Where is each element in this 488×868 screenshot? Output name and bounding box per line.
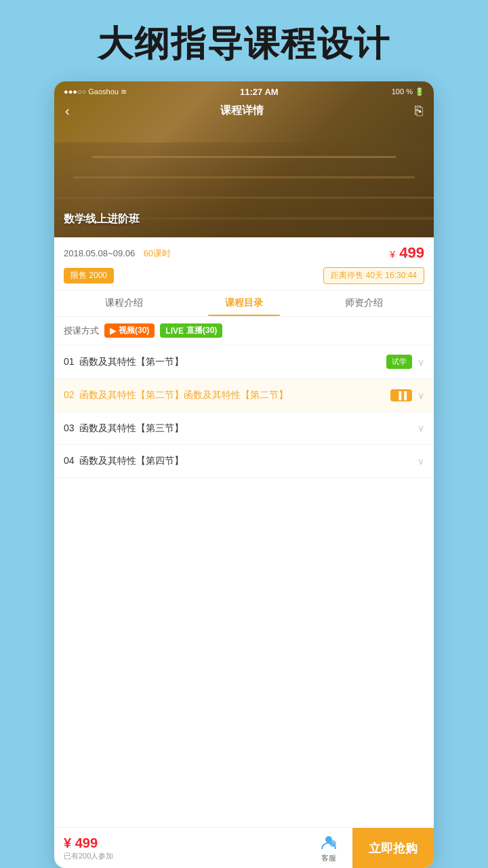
course-price: ¥ 499 [390,244,424,262]
buy-button[interactable]: 立即抢购 [352,828,434,868]
lesson-item[interactable]: 02 函数及其特性【第二节】函数及其特性【第二节】 ▐▐ ∨ [54,379,434,412]
bottom-price-symbol: ¥ [64,835,71,850]
service-label: 客服 [321,853,336,863]
chevron-down-icon[interactable]: ∨ [418,357,424,368]
status-bar: ●●●○○ Gaoshou ≋ 11:27 AM 100 % 🔋 [54,81,434,100]
badge-row: 限售 2000 距离停售 40天 16:30:44 [64,267,424,284]
lesson-actions-03: ∨ [418,422,424,433]
bottom-price-section: ¥ 499 已有200人参加 [54,835,305,861]
lesson-item[interactable]: 04 函数及其特性【第四节】 ∨ [54,445,434,478]
service-icon [319,833,338,852]
page-title: 大纲指导课程设计 [84,0,404,81]
chevron-down-icon[interactable]: ∨ [418,422,424,433]
hero-section: ●●●○○ Gaoshou ≋ 11:27 AM 100 % 🔋 ‹ 课程详情 … [54,81,434,237]
audio-badge[interactable]: ▐▐ [390,389,412,401]
lesson-title-02: 02 函数及其特性【第二节】函数及其特性【第二节】 [64,389,390,402]
lesson-type-row: 授课方式 ▶ 视频(30) LIVE 直播(30) [54,317,434,345]
share-icon[interactable]: ⎘ [415,103,423,119]
course-info: 2018.05.08~09.06 60课时 ¥ 499 限售 2000 距离停售… [54,237,434,290]
course-date-hours: 2018.05.08~09.06 60课时 [64,247,171,260]
lesson-list: 01 函数及其特性【第一节】 试学 ∨ 02 函数及其特性【第二节】函数及其特性… [54,345,434,827]
hero-course-label: 数学线上进阶班 [64,212,140,226]
tab-teacher[interactable]: 师资介绍 [304,290,424,316]
price-symbol: ¥ [390,249,395,260]
try-badge[interactable]: 试学 [386,355,412,369]
course-meta-row: 2018.05.08~09.06 60课时 ¥ 499 [64,244,424,262]
live-badge: LIVE 直播(30) [160,323,222,338]
course-tabs: 课程介绍 课程目录 师资介绍 [54,290,434,317]
lesson-actions-01: 试学 ∨ [386,355,424,369]
course-date: 2018.05.08~09.06 [64,248,135,258]
lesson-item[interactable]: 01 函数及其特性【第一节】 试学 ∨ [54,345,434,379]
lesson-type-label: 授课方式 [64,325,99,337]
bottom-price-value: 499 [75,835,98,850]
price-value: 499 [399,244,424,261]
hero-nav: ‹ 课程详情 ⎘ [54,103,434,119]
hero-title: 课程详情 [220,104,264,118]
badge-countdown: 距离停售 40天 16:30:44 [323,267,424,284]
bottom-bar: ¥ 499 已有200人参加 客服 立即抢购 [54,827,434,868]
chevron-down-icon[interactable]: ∨ [418,390,424,401]
lesson-actions-04: ∨ [418,456,424,467]
bottom-price: ¥ 499 [64,835,296,851]
lesson-actions-02: ▐▐ ∨ [390,389,424,401]
lesson-title-04: 04 函数及其特性【第四节】 [64,454,418,468]
participants-count: 已有200人参加 [64,851,296,861]
badge-sale: 限售 2000 [64,268,114,283]
back-icon[interactable]: ‹ [65,103,70,119]
status-battery: 100 % 🔋 [392,87,424,96]
phone-frame: ●●●○○ Gaoshou ≋ 11:27 AM 100 % 🔋 ‹ 课程详情 … [54,81,434,868]
tab-catalog[interactable]: 课程目录 [184,290,304,316]
status-time: 11:27 AM [240,87,279,97]
tab-intro[interactable]: 课程介绍 [64,290,184,316]
chevron-down-icon[interactable]: ∨ [418,456,424,467]
video-badge: ▶ 视频(30) [104,323,155,338]
lesson-title-01: 01 函数及其特性【第一节】 [64,355,386,369]
lesson-title-03: 03 函数及其特性【第三节】 [64,422,418,435]
lesson-item[interactable]: 03 函数及其特性【第三节】 ∨ [54,412,434,446]
course-hours: 60课时 [144,248,171,258]
service-button[interactable]: 客服 [305,829,352,867]
svg-point-1 [329,840,336,847]
status-carrier: ●●●○○ Gaoshou ≋ [64,87,127,96]
